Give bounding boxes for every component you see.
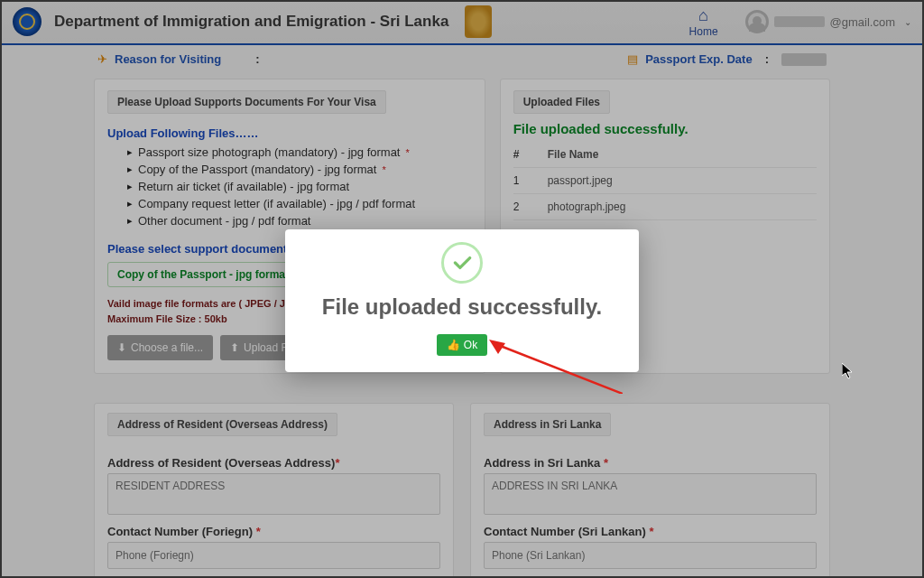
avatar-icon <box>745 10 769 33</box>
user-menu[interactable]: @gmail.com ⌄ <box>745 10 911 33</box>
chevron-down-icon: ⌄ <box>904 17 911 27</box>
srilanka-address-label: Address in Sri Lanka * <box>484 456 817 470</box>
choose-file-button[interactable]: ⬇Choose a file... <box>107 335 213 360</box>
reason-label: Reason for Visiting <box>115 52 221 66</box>
selected-document-dropdown[interactable]: Copy of the Passport - jpg format <box>107 262 299 287</box>
list-item: Passport size photograph (mandatory) - j… <box>127 144 472 161</box>
srilanka-phone-label: Contact Number (Sri Lankan) * <box>484 525 817 538</box>
site-title: Department of Immigration and Emigration… <box>54 13 448 31</box>
email-suffix: @gmail.com <box>830 15 895 29</box>
exp-label: Passport Exp. Date <box>645 52 753 66</box>
uploaded-panel-title: Uploaded Files <box>513 90 610 114</box>
list-item: Other document - jpg / pdf format <box>127 212 472 229</box>
overseas-panel-title: Address of Resident (Overseas Address) <box>107 413 337 436</box>
exp-value-masked <box>781 53 827 66</box>
site-logo-icon <box>13 7 42 36</box>
modal-message: File uploaded successfully. <box>303 294 621 320</box>
upload-following-files-label: Upload Following Files…… <box>107 126 472 140</box>
required-file-list: Passport size photograph (mandatory) - j… <box>127 144 472 229</box>
email-masked <box>774 16 825 27</box>
overseas-phone-input[interactable] <box>107 542 440 569</box>
thumbs-up-icon: 👍 <box>447 339 460 351</box>
overseas-address-input[interactable] <box>107 473 440 515</box>
srilanka-phone-input[interactable] <box>484 542 817 569</box>
upload-panel-title: Please Upload Supports Documents For You… <box>107 90 386 114</box>
national-crest-icon <box>465 5 492 38</box>
nav-home-link[interactable]: ⌂ Home <box>689 6 718 38</box>
download-icon: ⬇ <box>117 341 126 354</box>
table-row: 2 photograph.jpeg <box>513 194 817 220</box>
check-circle-icon <box>441 242 483 284</box>
overseas-address-label: Address of Resident (Overseas Address)* <box>107 456 440 470</box>
srilanka-address-input[interactable] <box>484 473 817 515</box>
srilanka-panel-title: Address in Sri Lanka <box>484 413 611 436</box>
overseas-phone-label: Contact Number (Foriegn) * <box>107 525 440 538</box>
modal-ok-button[interactable]: 👍Ok <box>437 334 487 356</box>
home-icon: ⌂ <box>698 6 708 25</box>
list-item: Company request letter (if available) - … <box>127 195 472 212</box>
overseas-address-panel: Address of Resident (Overseas Address) A… <box>94 403 454 578</box>
field-passport-exp: ▤ Passport Exp. Date : <box>627 52 827 66</box>
passport-icon: ▤ <box>627 52 638 66</box>
upload-icon: ⬆ <box>230 341 239 354</box>
plane-icon: ✈ <box>97 52 107 66</box>
success-modal: File uploaded successfully. 👍Ok <box>285 229 639 372</box>
list-item: Copy of the Passport (mandatory) - jpg f… <box>127 161 472 178</box>
top-navbar: Department of Immigration and Emigration… <box>0 0 924 45</box>
field-reason-for-visiting: ✈ Reason for Visiting : <box>97 52 260 66</box>
upload-success-text: File uploaded successfully. <box>513 121 817 136</box>
nav-home-label: Home <box>689 25 718 38</box>
list-item: Return air ticket (if available) - jpg f… <box>127 178 472 195</box>
table-row: 1 passport.jpeg <box>513 168 817 194</box>
uploaded-table-header: # File Name <box>513 142 817 168</box>
srilanka-address-panel: Address in Sri Lanka Address in Sri Lank… <box>470 403 830 578</box>
